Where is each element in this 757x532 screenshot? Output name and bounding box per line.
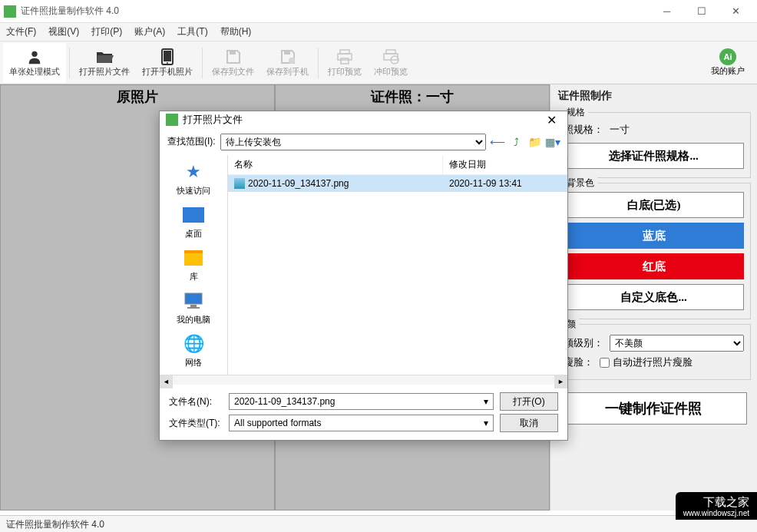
quick-access-label: 快速访问 [177, 185, 210, 197]
bg-group-label: 背景色 [564, 177, 597, 190]
menu-tools[interactable]: 工具(T) [177, 25, 207, 38]
make-photo-button[interactable]: 一键制作证件照 [560, 392, 746, 425]
spec-value: 一寸 [610, 123, 630, 137]
close-button[interactable]: ✕ [719, 1, 753, 22]
mypc-item[interactable]: 我的电脑 [177, 290, 210, 325]
dialog-icon [166, 114, 178, 126]
svg-rect-5 [284, 51, 290, 55]
menu-file[interactable]: 文件(F) [6, 25, 36, 38]
app-icon [4, 5, 16, 18]
svg-point-3 [167, 62, 168, 64]
col-name-header[interactable]: 名称 [228, 155, 443, 174]
menu-view[interactable]: 视图(V) [48, 25, 79, 38]
library-item[interactable]: 库 [181, 247, 206, 283]
minimize-button[interactable]: ─ [650, 1, 684, 22]
person-icon [26, 48, 43, 66]
beauty-select[interactable]: 不美颜 [610, 335, 744, 352]
bg-custom-button[interactable]: 自定义底色... [564, 284, 744, 310]
lookin-row: 查找范围(I): 待上传安装包 ⟵ ⤴ 📁 ▦▾ [160, 129, 567, 155]
print-preview-label: 打印预览 [328, 66, 362, 78]
desktop-label: 桌面 [185, 228, 202, 240]
svg-rect-4 [230, 51, 236, 55]
filename-label: 文件名(N): [169, 395, 223, 408]
svg-rect-15 [187, 307, 200, 309]
scroll-left-icon[interactable]: ◄ [160, 375, 173, 388]
filetype-select[interactable]: All supported formats ▾ [229, 415, 494, 431]
filetype-value: All supported formats [234, 418, 321, 428]
slim-check-label: 自动进行照片瘦脸 [613, 355, 693, 369]
open-file-dialog: 打开照片文件 ✕ 查找范围(I): 待上传安装包 ⟵ ⤴ 📁 ▦▾ ★ 快速访问… [159, 111, 568, 441]
lookin-select[interactable]: 待上传安装包 [220, 134, 486, 150]
slim-checkbox[interactable] [600, 358, 610, 368]
statusbar: 证件照批量制作软件 4.0 [0, 515, 757, 532]
folder-open-icon [95, 48, 114, 66]
save-file-button[interactable]: 保存到文件 [206, 43, 260, 83]
spec-group: 规格 照规格： 一寸 选择证件照规格... [557, 112, 751, 178]
my-account-label: 我的账户 [711, 65, 745, 77]
select-spec-button[interactable]: 选择证件照规格... [564, 143, 744, 169]
idphoto-header: 证件照：一寸 [276, 85, 549, 108]
open-phone-button[interactable]: 打开手机照片 [136, 43, 199, 83]
open-file-button[interactable]: 打开照片文件 [73, 43, 136, 83]
cancel-button[interactable]: 取消 [500, 414, 558, 432]
horizontal-scrollbar[interactable]: ◄ ► [160, 375, 567, 385]
bg-blue-button[interactable]: 蓝底 [564, 223, 744, 249]
file-row[interactable]: 2020-11-09_134137.png 2020-11-09 13:41 [228, 175, 567, 192]
dialog-close-button[interactable]: ✕ [542, 113, 561, 127]
file-name: 2020-11-09_134137.png [248, 178, 349, 189]
menu-account[interactable]: 账户(A) [134, 25, 165, 38]
bg-white-button[interactable]: 白底(已选) [564, 192, 744, 218]
bg-red-button[interactable]: 红底 [564, 253, 744, 279]
computer-icon [181, 290, 206, 312]
filetype-label: 文件类型(T): [169, 417, 223, 430]
svg-rect-13 [185, 293, 202, 304]
menu-help[interactable]: 帮助(H) [220, 25, 252, 38]
beauty-group: 颜 颜级别： 不美颜 瘦脸： 自动进行照片瘦脸 [557, 324, 751, 380]
star-icon: ★ [181, 161, 206, 183]
chevron-down-icon: ▾ [484, 396, 488, 407]
new-folder-icon[interactable]: 📁 [527, 135, 541, 149]
mode-label: 单张处理模式 [9, 66, 60, 78]
separator [69, 48, 70, 78]
watermark-url: www.windowszj.net [683, 509, 749, 518]
ai-icon: Ai [719, 48, 736, 65]
network-label: 网络 [185, 357, 202, 368]
filename-input[interactable]: 2020-11-09_134137.png ▾ [229, 393, 494, 410]
dialog-titlebar: 打开照片文件 ✕ [160, 111, 567, 129]
view-menu-icon[interactable]: ▦▾ [546, 135, 560, 149]
open-file-label: 打开照片文件 [79, 66, 130, 78]
file-list: 名称 修改日期 2020-11-09_134137.png 2020-11-09… [227, 155, 567, 375]
mode-button[interactable]: 单张处理模式 [3, 43, 66, 83]
svg-rect-8 [338, 54, 352, 60]
library-label: 库 [190, 271, 198, 283]
separator [202, 48, 203, 78]
save-icon [226, 48, 241, 66]
menu-print[interactable]: 打印(P) [91, 25, 122, 38]
settings-panel: 证件照制作 规格 照规格： 一寸 选择证件照规格... 背景色 白底(已选) 蓝… [550, 84, 757, 511]
up-icon[interactable]: ⤴ [509, 135, 523, 149]
file-date: 2020-11-09 13:41 [443, 177, 567, 190]
watermark-title: 下载之家 [683, 495, 749, 509]
app-title: 证件照批量制作软件 4.0 [21, 5, 650, 18]
col-date-header[interactable]: 修改日期 [443, 155, 567, 174]
toolbar: 单张处理模式 打开照片文件 打开手机照片 保存到文件 保存到手机 打印预览 [0, 41, 757, 84]
develop-preview-button[interactable]: 冲印预览 [368, 43, 414, 83]
back-icon[interactable]: ⟵ [491, 135, 504, 149]
desktop-item[interactable]: 桌面 [181, 204, 206, 240]
scroll-right-icon[interactable]: ► [554, 375, 567, 388]
svg-point-0 [31, 51, 37, 57]
menubar: 文件(F) 视图(V) 打印(P) 账户(A) 工具(T) 帮助(H) [0, 23, 757, 41]
places-sidebar: ★ 快速访问 桌面 库 我的电脑 🌐 网络 [160, 155, 227, 375]
desktop-icon [181, 204, 206, 226]
maximize-button[interactable]: ☐ [684, 1, 719, 22]
my-account-button[interactable]: Ai 我的账户 [702, 47, 754, 78]
image-file-icon [234, 178, 245, 189]
save-phone-button[interactable]: 保存到手机 [260, 43, 315, 83]
printer-icon [336, 48, 353, 66]
open-button[interactable]: 打开(O) [500, 392, 558, 411]
quick-access-item[interactable]: ★ 快速访问 [177, 161, 210, 197]
phone-icon [161, 48, 174, 66]
save-phone-label: 保存到手机 [266, 66, 309, 78]
network-item[interactable]: 🌐 网络 [181, 333, 206, 368]
print-preview-button[interactable]: 打印预览 [322, 43, 368, 83]
